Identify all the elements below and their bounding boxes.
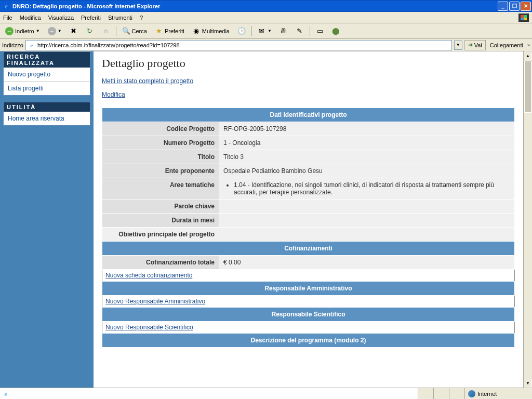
toolbar-separator [310,26,310,36]
menu-bar: File Modifica Visualizza Preferiti Strum… [0,12,532,23]
sidebar-lista-progetti[interactable]: Lista progetti [4,82,90,95]
links-chevron-icon: » [527,43,530,48]
window-title: DNRO: Dettaglio progetto - Microsoft Int… [12,3,498,9]
status-bar: e Internet [0,388,532,399]
dropdown-icon: ▼ [36,29,40,33]
favorites-button[interactable]: ★Preferiti [152,25,188,37]
section-header-descrizione: Descrizione del programma (modulo 2) [102,334,515,348]
forward-button[interactable]: → ▼ [45,25,65,37]
stop-button[interactable]: ✖ [66,25,81,37]
url-input[interactable] [37,42,449,48]
scroll-up-button[interactable]: ▲ [524,51,532,60]
mail-button[interactable]: ✉▼ [255,25,275,37]
status-pane [433,388,449,399]
ie-status-icon: e [2,390,9,397]
mail-icon: ✉ [258,27,266,35]
value-obiettivo [219,228,515,242]
print-icon: 🖶 [280,27,288,35]
multimedia-icon: ◉ [192,27,201,35]
link-modifica[interactable]: Modifica [102,91,125,98]
sidebar-utilita-box: UTILITÀ Home area riservata [3,102,90,126]
link-nuovo-resp-sci[interactable]: Nuovo Responsabile Scientifico [105,324,193,331]
sidebar-nuovo-progetto[interactable]: Nuovo progetto [4,68,90,82]
value-codice: RF-OPG-2005-107298 [219,122,515,136]
back-button[interactable]: ← Indietro ▼ [2,25,43,37]
close-button[interactable]: ✕ [521,2,531,11]
main-content: Dettaglio progetto Metti in stato comple… [94,51,523,388]
address-bar: Indirizzo e ▼ ➜ Vai Collegamenti » [0,39,532,51]
minimize-button[interactable]: _ [498,2,508,11]
link-nuovo-resp-amm[interactable]: Nuovo Responsabile Amministrativo [105,298,205,305]
address-label: Indirizzo [2,42,23,48]
browser-toolbar: ← Indietro ▼ → ▼ ✖ ↻ ⌂ 🔍Cerca ★Preferiti… [0,23,532,39]
links-label[interactable]: Collegamenti [488,42,525,48]
section-header-dati: Dati identificativi progetto [102,108,515,122]
history-icon: 🕒 [237,27,246,35]
label-durata: Durata in mesi [102,214,219,228]
discuss-button[interactable]: ▭ [313,25,327,37]
value-aree: 1.04 - Identificazione, nei singoli tumo… [219,178,515,200]
label-cofin: Cofinanziamento totale [102,256,219,270]
menu-preferiti[interactable]: Preferiti [81,15,101,21]
restore-button[interactable]: ❐ [509,2,520,11]
menu-help[interactable]: ? [140,15,143,21]
section-header-resp-amm: Responsabile Amministrativo [102,282,515,296]
sidebar-ricerca-box: RICERCA FINALIZZATA Nuovo progetto Lista… [3,51,90,96]
scroll-track[interactable] [524,113,532,379]
search-button[interactable]: 🔍Cerca [119,25,150,37]
project-data-table: Dati identificativi progetto Codice Prog… [102,108,515,348]
label-ente: Ente proponente [102,164,219,178]
address-dropdown-button[interactable]: ▼ [454,41,462,50]
toolbar-separator [251,26,252,36]
value-titolo: Titolo 3 [219,150,515,164]
label-codice: Codice Progetto [102,122,219,136]
ie-icon: e [2,2,10,10]
globe-icon [468,390,475,397]
scroll-down-button[interactable]: ▼ [524,379,532,388]
status-pane [449,388,464,399]
label-aree: Aree tematiche [102,178,219,200]
sidebar-home-area-riservata[interactable]: Home area riservata [4,112,90,125]
status-pane [418,388,433,399]
menu-visualizza[interactable]: Visualizza [48,15,74,21]
status-main: e [0,388,418,399]
refresh-button[interactable]: ↻ [83,25,97,37]
status-zone: Internet [464,388,532,399]
multimedia-button[interactable]: ◉Multimedia [189,25,233,37]
research-icon: ⬤ [332,27,340,35]
refresh-icon: ↻ [86,27,94,35]
history-button[interactable]: 🕒 [234,25,249,37]
value-parole [219,200,515,214]
page-icon: e [28,42,35,49]
home-icon: ⌂ [102,27,110,35]
label-numero: Numero Progetto [102,136,219,150]
menu-strumenti[interactable]: Strumenti [108,15,132,21]
stop-icon: ✖ [70,27,78,35]
value-cofin: € 0,00 [219,256,515,270]
print-button[interactable]: 🖶 [276,25,291,37]
go-arrow-icon: ➜ [468,42,473,48]
star-icon: ★ [155,27,163,35]
home-button[interactable]: ⌂ [99,25,113,37]
value-ente: Ospedale Pediatrico Bambino Gesu [219,164,515,178]
value-numero: 1 - Oncologia [219,136,515,150]
discuss-icon: ▭ [316,27,324,35]
page-title: Dettaglio progetto [102,57,515,70]
window-titlebar: e DNRO: Dettaglio progetto - Microsoft I… [0,0,532,12]
research-button[interactable]: ⬤ [329,25,343,37]
label-parole: Parole chiave [102,200,219,214]
menu-file[interactable]: File [3,15,12,21]
link-nuova-cofin[interactable]: Nuova scheda cofinanziamento [105,272,192,279]
edit-button[interactable]: ✎ [292,25,307,37]
value-durata [219,214,515,228]
toolbar-separator [116,26,116,36]
sidebar: RICERCA FINALIZZATA Nuovo progetto Lista… [0,51,94,388]
dropdown-icon: ▼ [58,29,62,33]
go-button[interactable]: ➜ Vai [464,40,486,50]
menu-modifica[interactable]: Modifica [20,15,41,21]
scroll-thumb[interactable] [524,61,531,113]
address-input-wrapper[interactable]: e [25,40,452,50]
back-arrow-icon: ← [5,27,14,35]
vertical-scrollbar[interactable]: ▲ ▼ [523,51,532,388]
link-stato-completo[interactable]: Metti in stato completo il progetto [102,77,193,85]
